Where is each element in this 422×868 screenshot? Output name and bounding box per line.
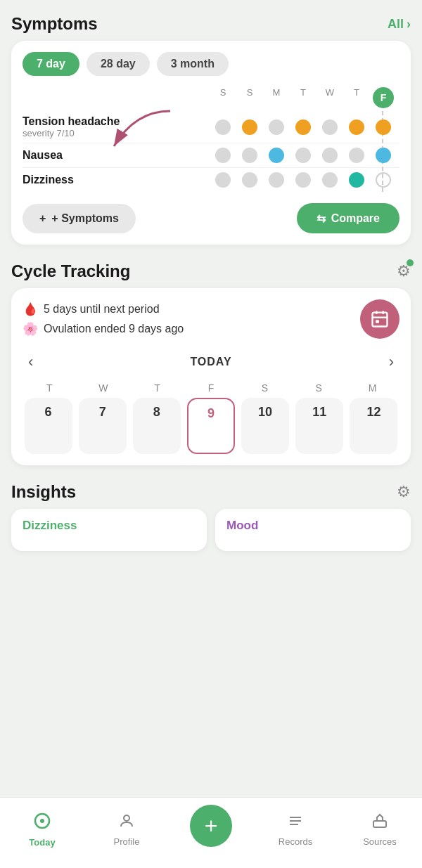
ovulation-text: Ovulation ended 9 days ago <box>44 323 184 335</box>
dot <box>295 172 311 188</box>
add-icon: + <box>205 815 218 837</box>
svg-point-7 <box>40 819 44 823</box>
filter-7day[interactable]: 7 day <box>23 52 79 76</box>
prev-week-button[interactable]: ‹ <box>23 350 39 374</box>
dot-empty <box>376 172 391 188</box>
nav-today[interactable]: Today <box>21 812 63 848</box>
insights-settings-icon[interactable]: ⚙ <box>397 483 411 501</box>
today-badge: F <box>373 87 394 108</box>
symptom-rows-container: Tension headache severity 7/10 <box>23 111 399 192</box>
symptoms-title: Symptoms <box>11 14 98 34</box>
svg-point-8 <box>124 815 129 821</box>
nav-records[interactable]: Records <box>274 812 316 847</box>
cal-day-6[interactable]: 6 <box>25 398 72 454</box>
next-week-button[interactable]: › <box>383 350 399 374</box>
dot <box>242 148 257 163</box>
dot <box>269 172 284 188</box>
dot <box>215 172 231 188</box>
today-icon <box>33 812 51 834</box>
week-nav: ‹ TODAY › <box>23 350 399 374</box>
symptoms-card: 7 day 28 day 3 month S S M T W T F <box>11 41 411 245</box>
calendar-button[interactable] <box>360 299 399 339</box>
day-headers: S S M T W T F <box>210 87 399 108</box>
cal-day-12[interactable]: 12 <box>350 398 397 454</box>
svg-rect-5 <box>376 320 379 323</box>
compare-icon: ⇆ <box>316 212 326 225</box>
symptom-severity-tension: severity 7/10 <box>23 128 210 138</box>
cycle-header: Cycle Tracking ⚙ <box>11 261 411 281</box>
cycle-card: 🩸 5 days until next period 🌸 Ovulation e… <box>11 288 411 465</box>
cycle-info: 🩸 5 days until next period 🌸 Ovulation e… <box>23 299 399 339</box>
symptom-actions: + + Symptoms ⇆ Compare <box>23 203 399 233</box>
dot <box>295 148 311 163</box>
records-label: Records <box>279 836 312 847</box>
records-icon <box>287 812 304 834</box>
nav-add-button[interactable]: + <box>190 805 232 847</box>
symptom-name-dizziness: Dizziness <box>23 174 210 186</box>
dot <box>322 172 338 188</box>
dot <box>215 119 231 135</box>
calendar-icon <box>370 309 390 329</box>
filter-3month[interactable]: 3 month <box>157 52 229 76</box>
cal-day-10[interactable]: 10 <box>241 398 289 454</box>
bottom-nav: Today Profile + Records <box>0 797 422 868</box>
settings-badge <box>407 259 414 266</box>
nausea-dots <box>210 148 399 163</box>
sources-icon <box>371 812 388 834</box>
nav-sources[interactable]: Sources <box>359 812 401 847</box>
dot <box>376 148 391 163</box>
filter-28day[interactable]: 28 day <box>87 52 150 76</box>
plus-icon: + <box>39 212 46 225</box>
symptom-row-nausea: Nausea <box>23 143 399 167</box>
symptom-name-nausea: Nausea <box>23 149 210 162</box>
cal-day-8[interactable]: 8 <box>133 398 181 454</box>
symptom-row-tension: Tension headache severity 7/10 <box>23 111 399 143</box>
dot <box>215 148 231 163</box>
dot <box>269 119 284 135</box>
add-symptoms-button[interactable]: + + Symptoms <box>23 204 136 233</box>
profile-label: Profile <box>114 836 140 847</box>
insights-header: Insights ⚙ <box>11 482 411 502</box>
tension-dots <box>210 119 399 135</box>
dot <box>295 119 311 135</box>
cycle-section: Cycle Tracking ⚙ 🩸 5 days until next per… <box>11 261 411 465</box>
insights-cards: Dizziness Mood <box>11 509 411 551</box>
cal-day-7[interactable]: 7 <box>79 398 127 454</box>
dot <box>349 148 364 163</box>
cal-day-9-today[interactable]: 9 <box>187 398 235 454</box>
insights-title: Insights <box>11 482 76 502</box>
dot <box>322 148 338 163</box>
period-text: 5 days until next period <box>44 303 160 316</box>
ovulation-icon: 🌸 <box>23 321 38 337</box>
calendar-day-headers: T W T F S S M <box>23 382 399 394</box>
dot <box>376 119 391 135</box>
add-symptoms-label: + Symptoms <box>51 212 119 225</box>
svg-rect-12 <box>373 821 386 827</box>
compare-label: Compare <box>331 212 380 225</box>
week-label: TODAY <box>190 356 231 368</box>
sources-label: Sources <box>363 836 397 847</box>
nav-profile[interactable]: Profile <box>106 812 148 847</box>
compare-button[interactable]: ⇆ Compare <box>297 203 399 233</box>
dot <box>269 148 284 163</box>
insight-card-dizziness[interactable]: Dizziness <box>11 509 207 551</box>
cal-day-11[interactable]: 11 <box>295 398 343 454</box>
cycle-settings-icon[interactable]: ⚙ <box>397 262 411 280</box>
profile-icon <box>118 812 135 834</box>
dot <box>242 119 257 135</box>
insight-mood-label: Mood <box>226 519 258 532</box>
insight-card-mood[interactable]: Mood <box>215 509 411 551</box>
symptoms-header: Symptoms All › <box>11 14 411 34</box>
ovulation-text-row: 🌸 Ovulation ended 9 days ago <box>23 321 184 337</box>
time-filters: 7 day 28 day 3 month <box>23 52 399 76</box>
insight-dizziness-label: Dizziness <box>23 519 77 532</box>
cycle-title: Cycle Tracking <box>11 261 130 281</box>
dot <box>349 119 364 135</box>
dot <box>349 172 364 188</box>
insights-section: Insights ⚙ Dizziness Mood <box>11 482 411 551</box>
symptoms-all-link[interactable]: All › <box>388 17 411 32</box>
dizziness-dots <box>210 172 399 188</box>
dot <box>242 172 257 188</box>
symptom-name-tension: Tension headache <box>23 115 210 128</box>
dot <box>322 119 338 135</box>
